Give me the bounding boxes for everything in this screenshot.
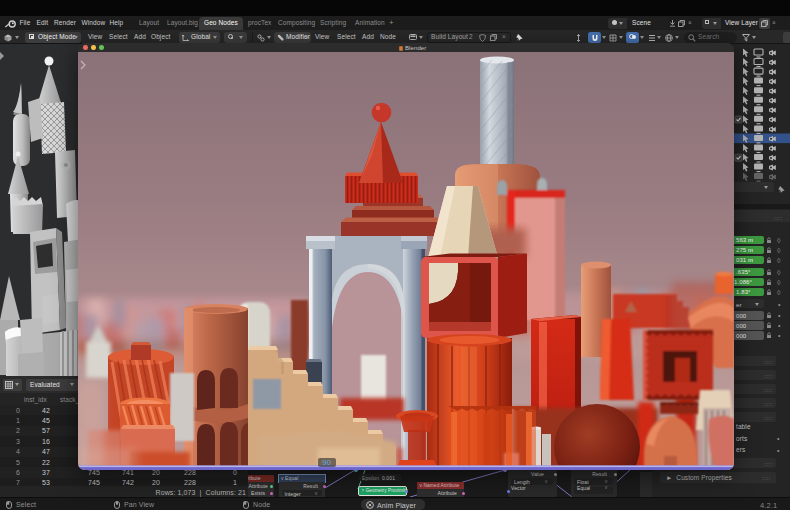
- svg-text:90: 90: [322, 458, 331, 467]
